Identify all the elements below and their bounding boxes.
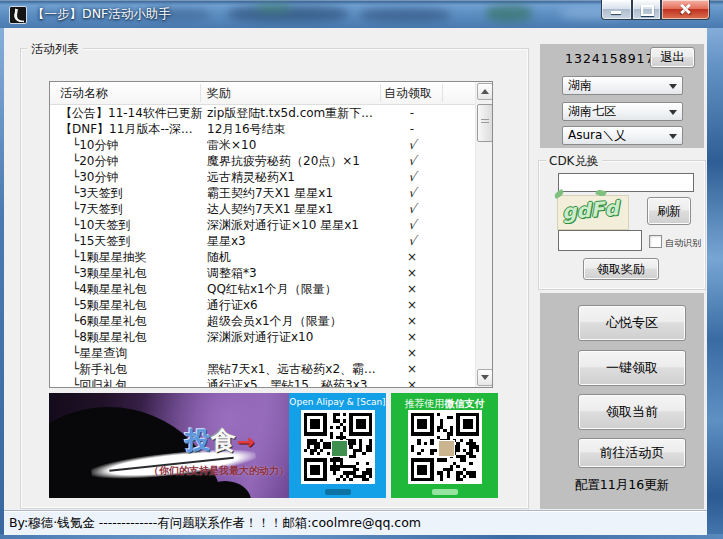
status-text: By:穆德·钱氪金 -------------有问题联系作者！！！邮箱:cool… [9,515,421,532]
auto-claim-cell: √ [382,169,442,185]
table-row[interactable]: └5颗星星礼包通行证x6× [50,297,476,313]
reward-cell: 深渊派对通行证x10 [207,329,379,345]
wechat-qr-code [408,410,482,484]
chevron-down-icon [669,84,677,89]
wechat-panel: 推荐使用微信支付 [391,393,498,498]
auto-claim-cell: √ [382,153,442,169]
scroll-up-button[interactable] [477,83,493,100]
maximize-icon [641,5,654,16]
reward-cell: QQ红钻x1个月（限量） [207,281,379,297]
table-row[interactable]: └新手礼包黑钻7天x1、远古秘药x2、霸...× [50,361,476,377]
reward-cell: 魔界抗疲劳秘药（20点）×1 [207,153,379,169]
title-bar[interactable]: 【一步】DNF活动小助手 [0,0,723,28]
goto-activity-page-button[interactable]: 前往活动页 [578,438,686,468]
feed-text-1: 投 [185,426,211,455]
server-select[interactable]: 湖南七区 [562,102,683,121]
server-value: 湖南七区 [568,104,616,118]
auto-claim-cell: √ [382,201,442,217]
activity-name-cell: └新手礼包 [72,361,204,377]
table-row[interactable]: └8颗星星礼包深渊派对通行证x10× [50,329,476,345]
reward-cell: 随机 [207,249,379,265]
auto-claim-cell: √ [382,185,442,201]
maximize-button[interactable] [632,0,661,20]
reward-cell: 调整箱*3 [207,265,379,281]
activity-name-cell: └20分钟 [72,153,204,169]
captcha-input-field[interactable] [558,230,642,251]
reward-cell: 12月16号结束 [207,121,379,137]
scroll-down-button[interactable] [477,369,493,386]
auto-recognize-checkbox[interactable] [649,235,662,248]
activity-list-group: 活动列表 活动名称 奖励 自动领取 【公告】11-14软件已更新zip版登陆t.… [20,48,529,509]
alipay-panel: Open Alipay & [Scan] [289,393,386,498]
cdk-exchange-group: CDK兑换 gdFd 刷新 自动识别 领取奖励 [538,160,706,290]
header-reward[interactable]: 奖励 [207,85,231,102]
table-row[interactable]: └30分钟远古精灵秘药X1√ [50,169,476,185]
auto-claim-cell: - [382,105,442,121]
qq-number: 1324158917 [565,51,655,66]
activity-table: 活动名称 奖励 自动领取 【公告】11-14软件已更新zip版登陆t.tx5d.… [49,81,493,388]
auto-claim-cell: - [382,121,442,137]
minimize-button[interactable] [601,0,632,20]
captcha-image[interactable]: gdFd [557,195,629,230]
table-row[interactable]: └10天签到深渊派对通行证×10 星星x1√ [50,217,476,233]
one-click-claim-button[interactable]: 一键领取 [578,350,686,386]
qr-center-logo [438,440,455,457]
activity-name-cell: └1颗星星抽奖 [72,249,204,265]
table-row[interactable]: └3颗星星礼包调整箱*3× [50,265,476,281]
reward-cell: 超级会员x1个月（限量） [207,313,379,329]
titlebar-blur-blob [486,5,532,22]
auto-claim-cell: √ [382,137,442,153]
window-controls [601,0,710,20]
region-select[interactable]: 湖南 [562,76,683,95]
close-button[interactable] [661,0,710,20]
actions-panel: 心悦专区 一键领取 领取当前 前往活动页 配置11月16更新 [540,293,704,509]
reward-cell: 远古精灵秘药X1 [207,169,379,185]
reward-cell: 星星x3 [207,233,379,249]
reward-cell: 霸王契约7天X1 星星x1 [207,185,379,201]
qr-caption-smudge [432,489,458,495]
table-row[interactable]: └回归礼包通行证x5、黑钻15、秘药3x3× [50,377,476,387]
reward-cell: 黑钻7天x1、远古秘药x2、霸... [207,361,379,377]
scrollbar-thumb[interactable] [477,104,493,142]
app-icon[interactable] [9,6,27,24]
activity-name-cell: └4颗星星礼包 [72,281,204,297]
table-row[interactable]: └20分钟魔界抗疲劳秘药（20点）×1√ [50,153,476,169]
auto-claim-cell: × [382,361,442,377]
table-row[interactable]: └10分钟雷米×10√ [50,137,476,153]
table-row[interactable]: └7天签到达人契约7天X1 星星x1√ [50,201,476,217]
auto-claim-cell: × [382,377,442,387]
vertical-scrollbar[interactable] [475,82,492,387]
table-row[interactable]: └15天签到星星x3√ [50,233,476,249]
auto-claim-cell: × [382,345,442,361]
xinyue-zone-button[interactable]: 心悦专区 [578,305,686,341]
reward-cell: 通行证x5、黑钻15、秘药3x3 [207,377,379,387]
table-row[interactable]: └4颗星星礼包QQ红钻x1个月（限量）× [50,281,476,297]
table-row[interactable]: 【公告】11-14软件已更新zip版登陆t.tx5d.com重新下...- [50,105,476,121]
leaf-icon [553,189,565,199]
reward-cell: 雷米×10 [207,137,379,153]
wechat-title: 推荐使用微信支付 [391,397,498,411]
table-row[interactable]: 【DNF】11月版本--深...12月16号结束- [50,121,476,137]
table-row[interactable]: └6颗星星礼包超级会员x1个月（限量）× [50,313,476,329]
cdk-code-field[interactable] [558,173,694,192]
activity-name-cell: └5颗星星礼包 [72,297,204,313]
character-select[interactable]: Asura＼乂 [562,126,683,145]
auto-claim-cell: √ [382,233,442,249]
table-row[interactable]: └1颗星星抽奖随机× [50,249,476,265]
activity-name-cell: └8颗星星礼包 [72,329,204,345]
logout-button[interactable]: 退出 [650,47,695,68]
claim-current-button[interactable]: 领取当前 [578,394,686,430]
titlebar-blur-blob [360,8,450,22]
app-window: 【一步】DNF活动小助手 活动列表 活动名称 奖励 自动领取 【公告】11-14… [0,0,723,539]
claim-reward-button[interactable]: 领取奖励 [583,258,659,280]
activity-name-cell: └15天签到 [72,233,204,249]
header-activity-name[interactable]: 活动名称 [60,85,108,102]
table-row[interactable]: └星星查询× [50,345,476,361]
refresh-captcha-button[interactable]: 刷新 [647,197,691,225]
table-header[interactable]: 活动名称 奖励 自动领取 [50,82,476,105]
thumb-grip-icon [481,119,489,125]
header-auto-claim[interactable]: 自动领取 [384,85,432,102]
feed-text-2: 食 [211,426,237,455]
table-row[interactable]: └3天签到霸王契约7天X1 星星x1√ [50,185,476,201]
activity-name-cell: 【公告】11-14软件已更新 [60,105,204,121]
